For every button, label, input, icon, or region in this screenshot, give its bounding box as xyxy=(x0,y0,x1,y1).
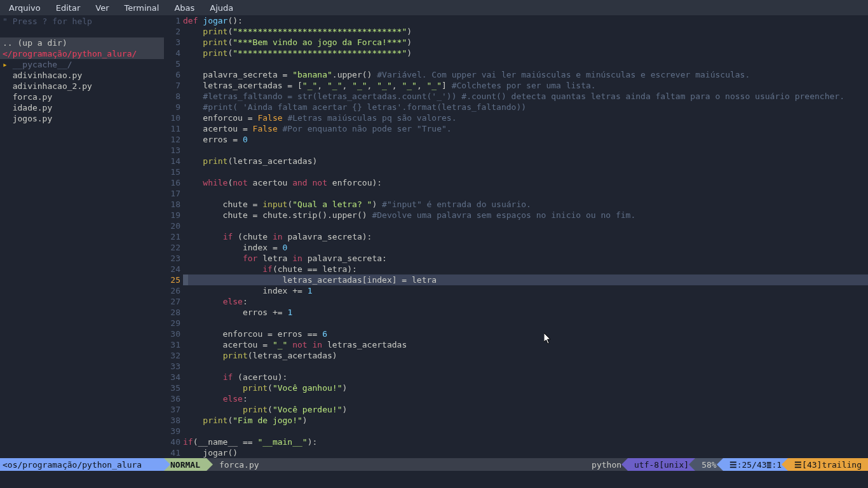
code-line[interactable]: index += 1 xyxy=(183,285,868,296)
code-line[interactable] xyxy=(183,166,868,177)
menu-terminal[interactable]: Terminal xyxy=(125,3,159,13)
code-line[interactable]: index = 0 xyxy=(183,242,868,253)
bottom-gap xyxy=(0,471,868,488)
line-number: 28 xyxy=(164,307,180,318)
code-line[interactable]: print(letras_acertadas) xyxy=(183,156,868,166)
line-number: 13 xyxy=(164,145,180,156)
line-number: 19 xyxy=(164,210,180,220)
code-line[interactable]: chute = chute.strip().upper() #Devolve u… xyxy=(183,210,868,220)
status-bar: <os/programação/python_alura NORMAL forc… xyxy=(0,458,868,471)
code-line[interactable] xyxy=(183,188,868,199)
code-line[interactable]: if (acertou): xyxy=(183,372,868,383)
code-line[interactable]: print("Você ganhou!") xyxy=(183,383,868,393)
code-line[interactable]: erros += 1 xyxy=(183,307,868,318)
line-number: 2 xyxy=(164,26,180,37)
code-line[interactable]: if (chute in palavra_secreta): xyxy=(183,231,868,242)
line-number: 30 xyxy=(164,329,180,339)
line-number: 37 xyxy=(164,404,180,415)
line-number: 6 xyxy=(164,69,180,80)
code-line[interactable] xyxy=(183,318,868,329)
status-encoding: utf-8[unix] xyxy=(628,458,695,471)
code-line[interactable]: for letra in palavra_secreta: xyxy=(183,253,868,264)
line-number: 14 xyxy=(164,156,180,166)
line-number: 17 xyxy=(164,188,180,199)
tree-file[interactable]: forca.py xyxy=(0,92,164,102)
chevron-right-icon: ▸ xyxy=(3,60,8,69)
code-line[interactable]: def jogar(): xyxy=(183,15,868,26)
line-number: 15 xyxy=(164,166,180,177)
code-line[interactable]: print("Você perdeu!") xyxy=(183,404,868,415)
tree-dir-pycache[interactable]: ▸ __pycache__/ xyxy=(0,59,164,70)
line-number: 32 xyxy=(164,350,180,361)
file-tree[interactable]: " Press ? for help .. (up a dir) </progr… xyxy=(0,15,164,458)
code-line[interactable]: if(__name__ == "__main__"): xyxy=(183,437,868,447)
code-line[interactable]: #letras_faltando = str(letras_acertadas.… xyxy=(183,91,868,102)
code-line[interactable]: else: xyxy=(183,393,868,404)
code-line[interactable]: chute = input("Qual a letra? ") #"input"… xyxy=(183,199,868,210)
code-line[interactable] xyxy=(183,220,868,231)
line-number: 38 xyxy=(164,415,180,426)
code-line[interactable]: print(letras_acertadas) xyxy=(183,350,868,361)
code-line[interactable] xyxy=(183,58,868,69)
code-line[interactable] xyxy=(183,426,868,437)
code-line[interactable]: print("*********************************… xyxy=(183,26,868,37)
code-editor[interactable]: 1234567891011121314151617181920212223242… xyxy=(164,15,868,458)
code-line[interactable]: enforcou = erros == 6 xyxy=(183,329,868,339)
code-line[interactable]: else: xyxy=(183,296,868,307)
code-line[interactable] xyxy=(183,361,868,372)
code-line[interactable]: print("*********************************… xyxy=(183,48,868,58)
code-line[interactable]: print("***Bem vindo ao jogo da Forca!***… xyxy=(183,37,868,48)
tree-file[interactable]: jogos.py xyxy=(0,113,164,124)
code-line[interactable]: letras_acertadas[index] = letra xyxy=(183,274,868,285)
menu-tabs[interactable]: Abas xyxy=(174,3,194,13)
code-line[interactable] xyxy=(183,145,868,156)
status-path: <os/programação/python_alura xyxy=(0,458,164,471)
code-line[interactable]: erros = 0 xyxy=(183,134,868,145)
code-line[interactable]: #print( 'Ainda faltam acertar {} letras'… xyxy=(183,102,868,112)
menu-file[interactable]: Arquivo xyxy=(9,3,41,13)
code-line[interactable]: acertou = False #Por enquanto não pode s… xyxy=(183,123,868,134)
line-gutter: 1234567891011121314151617181920212223242… xyxy=(164,15,183,458)
line-number: 5 xyxy=(164,58,180,69)
menu-view[interactable]: Ver xyxy=(95,3,109,13)
line-number: 33 xyxy=(164,361,180,372)
menu-edit[interactable]: Editar xyxy=(56,3,81,13)
code-line[interactable]: jogar() xyxy=(183,447,868,458)
line-number: 35 xyxy=(164,383,180,393)
line-number: 39 xyxy=(164,426,180,437)
line-number: 23 xyxy=(164,253,180,264)
tree-file[interactable]: adivinhacao_2.py xyxy=(0,81,164,92)
line-number: 40 xyxy=(164,437,180,447)
line-number: 1 xyxy=(164,15,180,26)
line-number: 10 xyxy=(164,112,180,123)
menu-help[interactable]: Ajuda xyxy=(210,3,233,13)
code-line[interactable]: print("Fim de jogo!") xyxy=(183,415,868,426)
line-number: 29 xyxy=(164,318,180,329)
line-number: 36 xyxy=(164,393,180,404)
status-position: ☰:25/43≣:1 xyxy=(723,458,788,471)
code-line[interactable]: if(chute == letra): xyxy=(183,264,868,274)
code-line[interactable]: while(not acertou and not enforcou): xyxy=(183,177,868,188)
cursor-block xyxy=(183,274,188,285)
tree-up-dir[interactable]: .. (up a dir) xyxy=(0,37,164,48)
code-line[interactable]: acertou = "_" not in letras_acertadas xyxy=(183,339,868,350)
line-number: 22 xyxy=(164,242,180,253)
line-number-icon: ☰ xyxy=(729,459,737,470)
tree-file[interactable]: idade.py xyxy=(0,102,164,113)
code-line[interactable]: letras_acertadas = ["_", "_", "_", "_", … xyxy=(183,80,868,91)
code-area[interactable]: def jogar(): print("********************… xyxy=(183,15,868,458)
status-trailing: ☰ [43]trailing xyxy=(788,458,868,471)
line-number: 25 xyxy=(164,274,180,285)
line-number: 4 xyxy=(164,48,180,58)
code-line[interactable]: enforcou = False #Letras maiúsculas pq s… xyxy=(183,112,868,123)
menubar: Arquivo Editar Ver Terminal Abas Ajuda xyxy=(0,0,868,15)
line-number: 31 xyxy=(164,339,180,350)
line-number: 8 xyxy=(164,91,180,102)
line-number: 12 xyxy=(164,134,180,145)
main-area: " Press ? for help .. (up a dir) </progr… xyxy=(0,15,868,458)
line-number: 34 xyxy=(164,372,180,383)
line-number: 16 xyxy=(164,177,180,188)
tree-file[interactable]: adivinhacao.py xyxy=(0,70,164,81)
code-line[interactable]: palavra_secreta = "banana".upper() #Vari… xyxy=(183,69,868,80)
line-number: 7 xyxy=(164,80,180,91)
